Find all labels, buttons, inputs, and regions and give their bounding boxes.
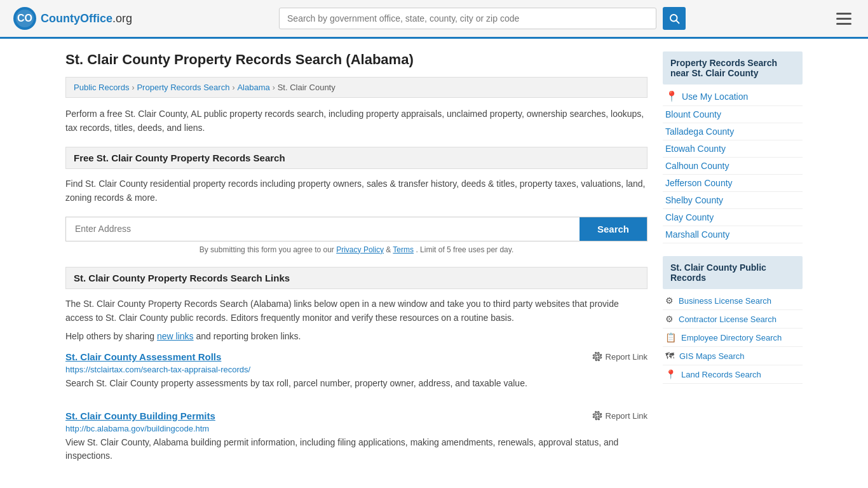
sidebar-public-item-4[interactable]: 📍 Land Records Search	[663, 365, 803, 384]
link-item-header-1: St. Clair County Building Permits Report…	[65, 410, 648, 421]
share-text-suffix: and reporting broken links.	[196, 331, 301, 341]
sidebar-item-calhoun[interactable]: Calhoun County	[663, 158, 803, 175]
terms-link[interactable]: Terms	[393, 245, 414, 254]
location-dot-icon: 📍	[665, 90, 678, 102]
content-area: St. Clair County Property Records Search…	[65, 51, 648, 483]
breadcrumb-current: St. Clair County	[278, 83, 336, 92]
header-search-input[interactable]	[279, 8, 656, 29]
free-search-header: Free St. Clair County Property Records S…	[65, 147, 648, 169]
share-text-prefix: Help others by sharing	[65, 331, 157, 341]
address-search-button[interactable]: Search	[580, 217, 647, 241]
sidebar-item-blount[interactable]: Blount County	[663, 106, 803, 123]
header-search-button[interactable]	[663, 7, 686, 30]
logo-text: CountyOffice.org	[41, 12, 132, 25]
search-icon	[668, 13, 680, 24]
links-description: The St. Clair County Property Records Se…	[65, 297, 648, 325]
sidebar-public-item-3[interactable]: 🗺 GIS Maps Search	[663, 347, 803, 365]
breadcrumb-sep-2: ›	[232, 83, 234, 92]
breadcrumb-sep-3: ›	[273, 83, 275, 92]
report-icon-1	[592, 410, 602, 421]
link-item-0: St. Clair County Assessment Rolls Report…	[65, 351, 648, 400]
sidebar-nearby-list: 📍 Use My Location Blount County Talladeg…	[663, 87, 803, 243]
sidebar-public-item-0[interactable]: ⚙ Business License Search	[663, 292, 803, 310]
sidebar-nearby-section: Property Records Search near St. Clair C…	[663, 51, 803, 243]
svg-text:CO: CO	[17, 13, 32, 24]
link-url-1[interactable]: http://bc.alabama.gov/buildingcode.htm	[65, 424, 648, 433]
sidebar-public-icon-1: ⚙	[665, 314, 674, 324]
form-note-and: &	[386, 245, 393, 254]
link-item-1: St. Clair County Building Permits Report…	[65, 410, 648, 473]
sidebar-public-icon-3: 🗺	[665, 351, 674, 361]
sidebar-public-link-4[interactable]: Land Records Search	[681, 370, 761, 379]
sidebar-public-item-1[interactable]: ⚙ Contractor License Search	[663, 310, 803, 329]
sidebar-public-icon-2: 📋	[665, 332, 676, 342]
logo-area: CO CountyOffice.org	[13, 6, 132, 30]
breadcrumb-sep-1: ›	[132, 83, 134, 92]
link-item-title-0[interactable]: St. Clair County Assessment Rolls	[65, 351, 221, 362]
sidebar-public-records-section: St. Clair County Public Records ⚙ Busine…	[663, 256, 803, 384]
sidebar-item-marshall[interactable]: Marshall County	[663, 226, 803, 243]
site-logo-icon: CO	[13, 6, 37, 30]
sidebar-item-jefferson[interactable]: Jefferson County	[663, 175, 803, 192]
breadcrumb-alabama[interactable]: Alabama	[237, 83, 269, 92]
form-note: By submitting this form you agree to our…	[65, 245, 648, 254]
hamburger-line-1	[836, 13, 851, 15]
hamburger-line-2	[836, 18, 851, 20]
sidebar-public-link-1[interactable]: Contractor License Search	[679, 315, 776, 324]
report-icon-0	[592, 351, 602, 362]
sidebar-public-list: ⚙ Business License Search ⚙ Contractor L…	[663, 292, 803, 384]
sidebar-public-icon-4: 📍	[665, 369, 676, 379]
sidebar-public-link-0[interactable]: Business License Search	[679, 296, 771, 306]
sidebar-public-link-3[interactable]: GIS Maps Search	[679, 351, 745, 361]
report-link-button-1[interactable]: Report Link	[592, 410, 648, 421]
address-search-input[interactable]	[66, 217, 580, 241]
link-description-0: Search St. Clair County property assessm…	[65, 377, 648, 390]
svg-line-4	[676, 20, 679, 23]
hamburger-line-3	[836, 23, 851, 25]
page-description: Perform a free St. Clair County, AL publ…	[65, 107, 648, 135]
sidebar-item-clay[interactable]: Clay County	[663, 209, 803, 226]
form-note-prefix: By submitting this form you agree to our	[200, 245, 336, 254]
share-links-text: Help others by sharing new links and rep…	[65, 331, 648, 341]
links-section-header: St. Clair County Property Records Search…	[65, 267, 648, 289]
sidebar-public-icon-0: ⚙	[665, 295, 674, 306]
header-search-area	[279, 7, 686, 30]
free-search-description: Find St. Clair County residential proper…	[65, 177, 648, 205]
breadcrumb: Public Records › Property Records Search…	[65, 77, 648, 98]
sidebar: Property Records Search near St. Clair C…	[663, 51, 803, 483]
form-note-suffix: . Limit of 5 free uses per day.	[416, 245, 513, 254]
main-container: St. Clair County Property Records Search…	[53, 39, 815, 488]
report-link-button-0[interactable]: Report Link	[592, 351, 648, 362]
link-item-header-0: St. Clair County Assessment Rolls Report…	[65, 351, 648, 362]
sidebar-public-records-header: St. Clair County Public Records	[663, 256, 803, 289]
use-my-location-link[interactable]: Use My Location	[682, 92, 748, 102]
page-title: St. Clair County Property Records Search…	[65, 51, 648, 68]
sidebar-item-shelby[interactable]: Shelby County	[663, 192, 803, 209]
new-links-link[interactable]: new links	[157, 331, 194, 341]
sidebar-use-my-location[interactable]: 📍 Use My Location	[663, 87, 803, 106]
sidebar-item-etowah[interactable]: Etowah County	[663, 140, 803, 158]
privacy-policy-link[interactable]: Privacy Policy	[336, 245, 384, 254]
link-url-0[interactable]: https://stclairtax.com/search-tax-apprai…	[65, 365, 648, 374]
sidebar-public-item-2[interactable]: 📋 Employee Directory Search	[663, 329, 803, 347]
breadcrumb-public-records[interactable]: Public Records	[74, 83, 129, 92]
link-items-container: St. Clair County Assessment Rolls Report…	[65, 351, 648, 473]
sidebar-item-talladega[interactable]: Talladega County	[663, 123, 803, 140]
hamburger-menu-button[interactable]	[832, 9, 855, 29]
address-search-container: Search By submitting this form you agree…	[65, 217, 648, 254]
breadcrumb-property-records[interactable]: Property Records Search	[137, 83, 229, 92]
sidebar-public-link-2[interactable]: Employee Directory Search	[681, 333, 782, 342]
sidebar-nearby-header: Property Records Search near St. Clair C…	[663, 51, 803, 85]
link-description-1: View St. Clair County, Alabama building …	[65, 436, 648, 463]
links-section: St. Clair County Property Records Search…	[65, 267, 648, 473]
site-header: CO CountyOffice.org	[0, 0, 868, 39]
address-search-row: Search	[65, 217, 648, 241]
link-item-title-1[interactable]: St. Clair County Building Permits	[65, 410, 215, 421]
